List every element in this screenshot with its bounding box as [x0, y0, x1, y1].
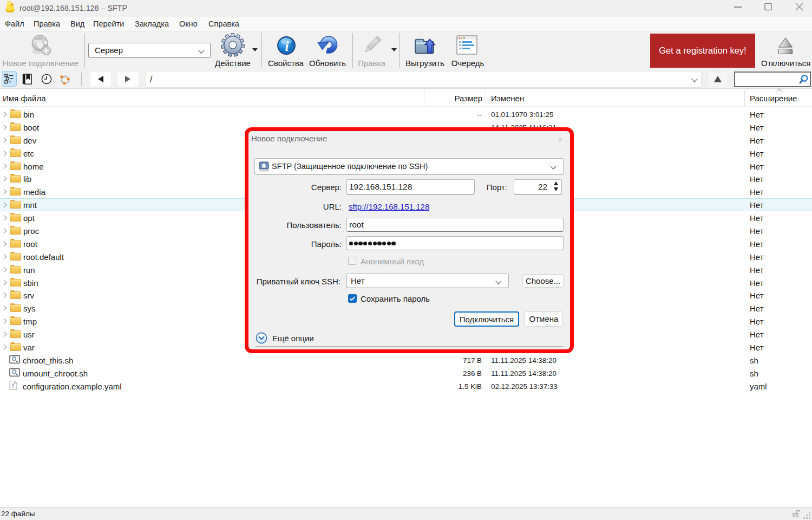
svg-text:!: !	[12, 382, 14, 389]
svg-text:i: i	[285, 39, 289, 54]
